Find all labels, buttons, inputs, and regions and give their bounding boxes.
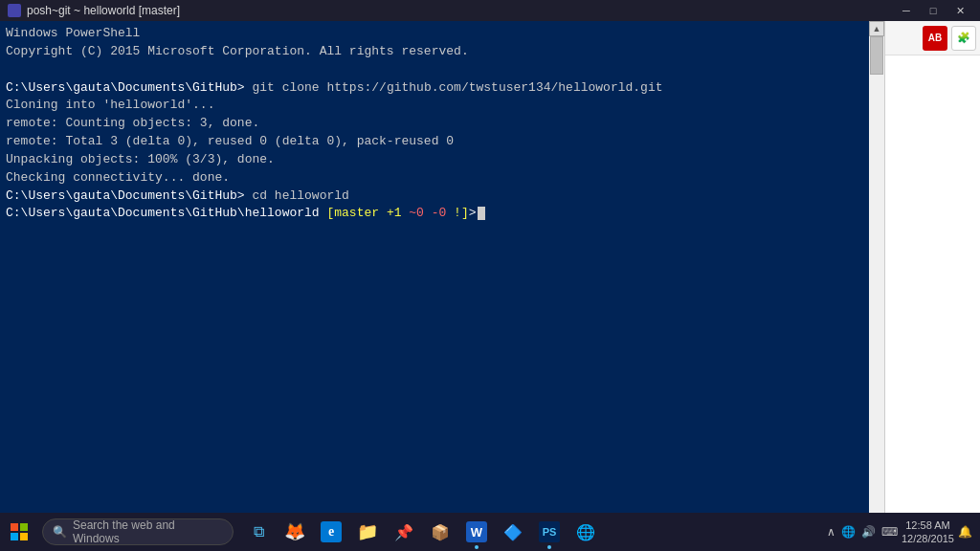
app8-button[interactable]: 🔷	[496, 513, 530, 551]
taskbar-apps: ⧉ 🦊 e 📁 📌 📦 W 🔷 PS 🌐	[241, 513, 603, 551]
search-bar[interactable]: 🔍 Search the web and Windows	[42, 518, 234, 545]
terminal-window[interactable]: Windows PowerShell Copyright (C) 2015 Mi…	[0, 21, 869, 551]
system-clock[interactable]: 12:58 AM 12/28/2015	[902, 518, 954, 546]
speaker-icon[interactable]: 🔊	[861, 525, 876, 539]
app8-icon: 🔷	[502, 521, 523, 542]
maximize-button[interactable]: □	[921, 2, 946, 19]
file-explorer-button[interactable]: 📁	[350, 513, 385, 551]
active-indicator	[475, 545, 479, 549]
powershell-active-indicator	[547, 545, 551, 549]
app6-button[interactable]: 📦	[423, 513, 457, 551]
keyboard-icon: ⌨	[881, 525, 898, 539]
terminal-line-10: C:\Users\gauta\Documents\GitHub\hellowor…	[6, 205, 863, 223]
app9-button[interactable]: 🌐	[568, 513, 603, 551]
terminal-line-1: Windows PowerShell	[6, 25, 863, 43]
sidebar-content	[885, 55, 980, 551]
tray-icons: ∧ 🌐 🔊 ⌨	[827, 525, 898, 539]
word-icon: W	[466, 521, 487, 542]
svg-rect-2	[11, 533, 18, 540]
terminal-line-blank	[6, 61, 863, 79]
window-title: posh~git ~ helloworld [master]	[27, 4, 180, 17]
chevron-up-icon[interactable]: ∧	[827, 525, 835, 539]
title-bar-controls: ─ □ ✕	[894, 2, 972, 19]
title-bar: posh~git ~ helloworld [master] ─ □ ✕	[0, 0, 980, 21]
svg-rect-1	[20, 523, 28, 531]
firefox-icon: 🦊	[284, 521, 305, 542]
sidebar-toolbar: AB 🧩	[885, 21, 980, 55]
terminal-scrollbar[interactable]: ▲ ▼	[869, 21, 884, 551]
svg-rect-0	[11, 523, 18, 531]
minimize-button[interactable]: ─	[894, 2, 919, 19]
title-bar-left: posh~git ~ helloworld [master]	[8, 4, 180, 17]
task-view-icon: ⧉	[248, 521, 269, 542]
scroll-up-arrow[interactable]: ▲	[869, 21, 884, 36]
edge-button[interactable]: e	[314, 513, 348, 551]
app6-icon: 📦	[430, 521, 451, 542]
svg-rect-3	[20, 533, 28, 540]
search-icon: 🔍	[53, 525, 67, 539]
start-button[interactable]	[0, 513, 38, 551]
terminal-line-5: remote: Counting objects: 3, done.	[6, 115, 863, 133]
windows-logo-icon	[11, 523, 28, 540]
right-sidebar: AB 🧩	[884, 21, 980, 551]
system-tray: ∧ 🌐 🔊 ⌨ 12:58 AM 12/28/2015 🔔	[827, 518, 980, 546]
main-layout: Windows PowerShell Copyright (C) 2015 Mi…	[0, 21, 980, 551]
close-button[interactable]: ✕	[947, 2, 972, 19]
terminal-line-8: Checking connectivity... done.	[6, 169, 863, 187]
task-view-button[interactable]: ⧉	[241, 513, 276, 551]
puzzle-icon: 🧩	[957, 32, 970, 44]
terminal-line-3: C:\Users\gauta\Documents\GitHub> git clo…	[6, 79, 863, 98]
terminal-line-4: Cloning into 'helloworld'...	[6, 97, 863, 115]
firefox-button[interactable]: 🦊	[278, 513, 312, 551]
file-explorer-icon: 📁	[357, 521, 378, 542]
notification-icon[interactable]: 🔔	[958, 525, 972, 539]
powershell-button[interactable]: PS	[532, 513, 567, 551]
terminal-icon	[8, 4, 21, 17]
terminal-line-9: C:\Users\gauta\Documents\GitHub> cd hell…	[6, 187, 863, 206]
terminal-line-7: Unpacking objects: 100% (3/3), done.	[6, 151, 863, 169]
word-button[interactable]: W	[459, 513, 494, 551]
terminal-line-2: Copyright (C) 2015 Microsoft Corporation…	[6, 43, 863, 61]
app5-button[interactable]: 📌	[387, 513, 421, 551]
search-label: Search the web and Windows	[73, 518, 223, 545]
app5-icon: 📌	[393, 521, 414, 542]
edge-icon: e	[321, 521, 342, 542]
powershell-icon: PS	[539, 521, 560, 542]
clock-date: 12/28/2015	[902, 532, 954, 545]
network-icon: 🌐	[841, 525, 856, 539]
terminal-line-6: remote: Total 3 (delta 0), reused 0 (del…	[6, 133, 863, 151]
extension-button[interactable]: 🧩	[951, 26, 976, 51]
clock-time: 12:58 AM	[905, 518, 949, 532]
adblock-button[interactable]: AB	[923, 26, 947, 51]
app9-icon: 🌐	[575, 521, 596, 542]
scroll-thumb[interactable]	[870, 36, 883, 75]
taskbar: 🔍 Search the web and Windows ⧉ 🦊 e 📁 📌 📦…	[0, 513, 980, 551]
scroll-track	[869, 36, 884, 536]
